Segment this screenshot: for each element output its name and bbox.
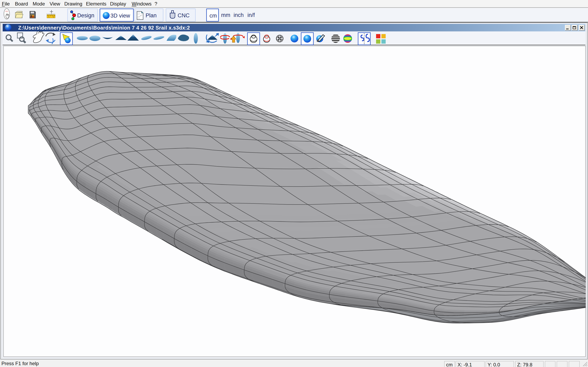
svg-text:0: 0 xyxy=(53,16,54,18)
svg-text:1: 1 xyxy=(48,16,49,18)
